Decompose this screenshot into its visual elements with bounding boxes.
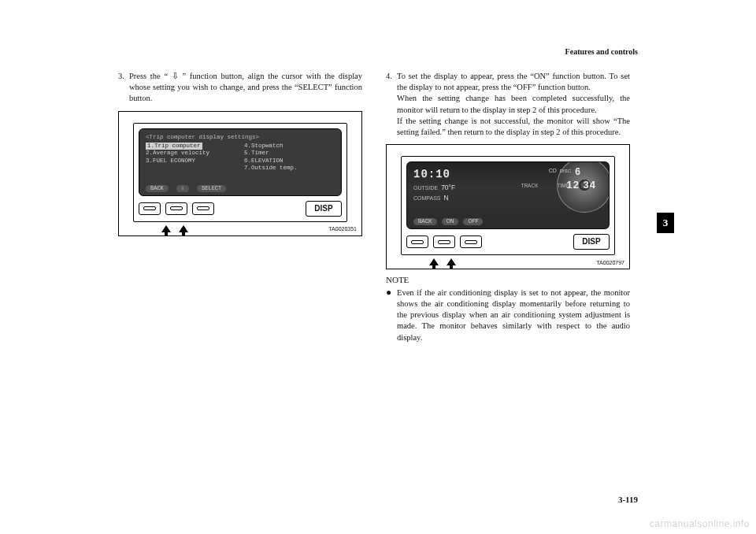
hw-button (460, 235, 482, 248)
monitor-unit: <Trip computer display settings> 1.Trip … (133, 123, 347, 222)
monitor-unit: 10:10 OUTSIDE70°F COMPASSN CD DISC 6 TRA… (401, 156, 615, 255)
figure-id: TA0020797 (596, 259, 624, 266)
up-arrow-icon (447, 258, 456, 265)
menu-item: 7.Outside temp. (244, 165, 335, 172)
up-arrow-icon (429, 258, 439, 265)
softkey-on: ON (442, 218, 459, 225)
monitor-screen: 10:10 OUTSIDE70°F COMPASSN CD DISC 6 TRA… (406, 161, 610, 229)
hardware-button-row: DISP (139, 201, 342, 217)
up-arrow-icon (179, 225, 188, 232)
note-bullet: ● Even if the air conditioning display i… (386, 287, 630, 343)
menu-item: 1.Trip computer (146, 143, 202, 150)
step-3: 3. Press the “ ⇩ ” function button, alig… (118, 71, 362, 105)
step-text: Press the “ ⇩ ” function button, align t… (129, 71, 362, 105)
hw-button (165, 202, 187, 215)
right-column: 4. To set the display to appear, press t… (386, 71, 630, 343)
pointer-arrows (429, 258, 615, 265)
menu-item: 5.Timer (244, 150, 335, 157)
note-text: Even if the air conditioning display is … (397, 287, 630, 343)
softkey-back: BACK (146, 185, 169, 192)
bullet-icon: ● (386, 287, 397, 343)
step-number: 4. (386, 71, 397, 138)
menu-item: 6.ELEVATION (244, 158, 335, 165)
manual-page: Features and controls 3. Press the “ ⇩ ”… (118, 63, 638, 480)
softkey-select: SELECT (197, 185, 226, 192)
figure-2: 10:10 OUTSIDE70°F COMPASSN CD DISC 6 TRA… (386, 144, 630, 269)
softkey-row: BACK ⇩ SELECT (146, 185, 335, 192)
hw-button (139, 202, 161, 215)
page-number: 3-119 (618, 495, 638, 504)
softkey-off: OFF (463, 218, 483, 225)
hw-button (433, 235, 455, 248)
softkey-down: ⇩ (176, 185, 189, 192)
up-arrow-icon (161, 225, 171, 232)
track-time-value: 12 34 (566, 178, 596, 192)
step-4: 4. To set the display to appear, press t… (386, 71, 630, 138)
note-heading: NOTE (386, 274, 630, 286)
disp-button: DISP (306, 201, 342, 217)
screen-title: <Trip computer display settings> (146, 134, 335, 141)
pointer-arrows (161, 225, 347, 232)
cd-label: CD DISC (549, 167, 571, 174)
softkey-back: BACK (413, 218, 437, 225)
figure-1: <Trip computer display settings> 1.Trip … (118, 111, 362, 236)
hw-button (406, 235, 428, 248)
menu-item: 3.FUEL ECONOMY (146, 158, 236, 165)
track-label-row: TRACKTIME (521, 183, 569, 190)
step-number: 3. (118, 71, 129, 105)
monitor-screen: <Trip computer display settings> 1.Trip … (139, 128, 342, 196)
disc-number: 6 (575, 165, 580, 178)
figure-id: TA0020351 (328, 225, 357, 232)
menu-item: 4.Stopwatch (244, 143, 335, 150)
menu-item: 2.Average velocity (146, 150, 236, 157)
disp-button: DISP (573, 234, 610, 250)
step-text: To set the display to appear, press the … (397, 71, 630, 138)
chapter-tab: 3 (657, 213, 674, 233)
hardware-button-row: DISP (406, 234, 610, 250)
softkey-row: BACK ON OFF (413, 218, 483, 225)
section-header: Features and controls (565, 47, 638, 56)
left-column: 3. Press the “ ⇩ ” function button, alig… (118, 71, 362, 236)
watermark: carmanualsonline.info (650, 518, 750, 529)
hw-button (192, 202, 214, 215)
